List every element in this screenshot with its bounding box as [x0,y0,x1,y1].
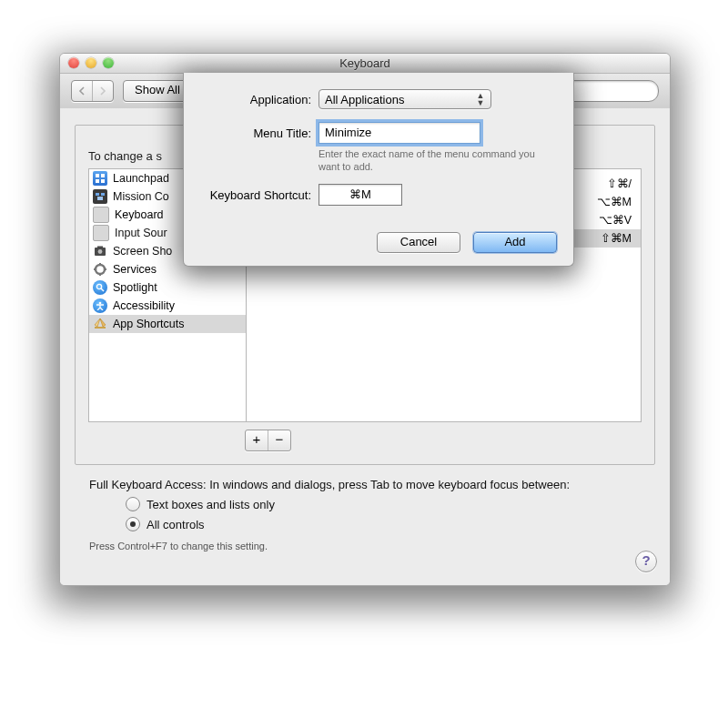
list-item: Spotlight [89,278,246,297]
svg-point-12 [96,265,105,274]
svg-rect-11 [97,247,103,248]
back-button[interactable] [72,81,93,101]
keyboard-icon [93,207,109,223]
cancel-button[interactable]: Cancel [377,232,460,253]
svg-rect-3 [101,174,105,177]
svg-rect-5 [101,179,105,183]
spotlight-icon [93,280,107,295]
fka-label: Full Keyboard Access: In windows and dia… [89,478,641,491]
radio-icon [126,497,140,511]
add-remove-buttons[interactable]: + − [245,430,291,451]
application-label: Application: [184,93,318,106]
svg-rect-6 [96,193,99,196]
full-keyboard-access: Full Keyboard Access: In windows and dia… [89,478,641,551]
help-button[interactable]: ? [635,551,657,572]
keyboard-shortcut-label: Keyboard Shortcut: [184,188,318,202]
screenshots-icon [93,244,107,258]
plus-button[interactable]: + [246,430,268,450]
menu-title-help: Enter the exact name of the menu command… [318,147,546,173]
fka-hint: Press Control+F7 to change this setting. [89,541,641,551]
svg-rect-8 [97,197,103,200]
svg-line-18 [101,288,104,291]
mission-control-icon [93,189,107,204]
accessibility-icon [93,298,107,313]
chevron-updown-icon: ▲▼ [474,92,487,106]
svg-point-19 [99,302,102,305]
fka-option-all[interactable]: All controls [126,517,641,531]
services-icon [93,262,107,277]
application-popup[interactable]: All Applications ▲▼ [318,89,491,109]
svg-point-10 [98,249,103,254]
svg-rect-20 [95,327,106,329]
fka-option-textboxes[interactable]: Text boxes and lists only [126,497,641,511]
forward-button[interactable] [93,81,113,101]
list-item: Accessibility [89,297,246,315]
app-shortcuts-icon [93,317,107,331]
radio-icon [126,517,140,531]
add-button[interactable]: Add [473,232,557,253]
nav-back-forward[interactable] [71,80,114,102]
menu-title-field[interactable]: Minimize [318,122,480,144]
menu-title-label: Menu Title: [184,126,318,140]
shortcut-keys-column: ⇧⌘/ ⌥⌘M ⌥⌘V ⇧⌘M [597,175,632,248]
add-shortcut-sheet: Application: All Applications ▲▼ Menu Ti… [183,73,574,267]
launchpad-icon [93,171,107,186]
minus-button[interactable]: − [268,430,290,450]
svg-rect-2 [96,174,99,177]
keyboard-shortcut-field[interactable]: ⌘M [318,184,402,206]
svg-point-17 [96,284,101,288]
input-sources-icon [93,225,109,241]
list-item-selected: App Shortcuts [89,315,246,333]
svg-rect-4 [96,179,99,183]
svg-rect-7 [101,193,105,196]
